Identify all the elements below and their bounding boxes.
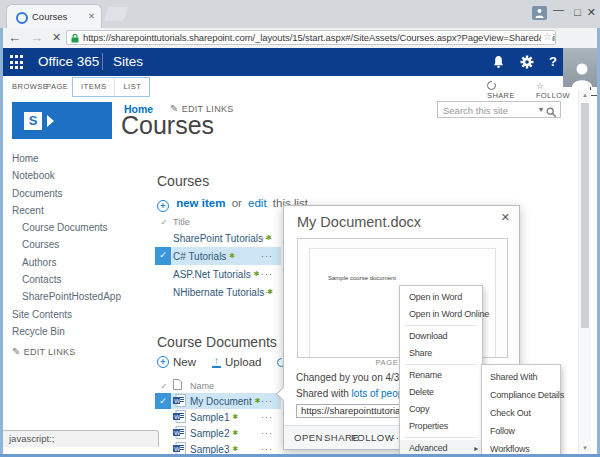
ribbon-tab-browse[interactable]: BROWSE bbox=[12, 82, 48, 91]
item-title-link[interactable]: Sample1 bbox=[190, 412, 229, 423]
open-action[interactable]: OPEN bbox=[294, 426, 323, 449]
follow-action[interactable]: FOLLOW bbox=[351, 426, 394, 449]
row-select-checkbox[interactable] bbox=[155, 265, 171, 283]
row-select-checkbox[interactable] bbox=[155, 409, 171, 425]
menu-item-share[interactable]: Share bbox=[400, 345, 482, 362]
new-tab-button[interactable] bbox=[104, 7, 129, 21]
item-menu-ellipsis[interactable]: ··· bbox=[261, 287, 273, 297]
new-item-link[interactable]: new item bbox=[176, 197, 225, 209]
sidebar-item-courses[interactable]: Courses bbox=[12, 236, 147, 253]
sidebar-item-recycle-bin[interactable]: Recycle Bin bbox=[12, 323, 147, 340]
sidebar-item-notebook[interactable]: Notebook bbox=[12, 167, 147, 184]
row-select-checkbox[interactable] bbox=[155, 229, 171, 247]
table-row[interactable]: ASP.Net Tutorials ✱ ··· bbox=[155, 265, 281, 283]
column-name[interactable]: Name bbox=[190, 381, 214, 391]
item-title-link[interactable]: ASP.Net Tutorials bbox=[173, 269, 251, 280]
search-icon[interactable] bbox=[546, 104, 557, 122]
page-scrollbar[interactable]: ▲ ▼ bbox=[578, 90, 591, 453]
submenu-item-check-out[interactable]: Check Out bbox=[482, 404, 560, 422]
settings-gear-icon[interactable] bbox=[520, 55, 534, 73]
scrollbar-down-arrow-icon[interactable]: ▼ bbox=[579, 445, 591, 451]
menu-item-properties[interactable]: Properties bbox=[400, 418, 482, 435]
edit-links-sidebar[interactable]: ✎EDIT LINKS bbox=[12, 346, 76, 357]
upload-button[interactable]: ↑Upload bbox=[212, 356, 261, 368]
notifications-bell-icon[interactable] bbox=[492, 55, 505, 73]
table-row-selected[interactable]: ✓ C# Tutorials ✱ ··· bbox=[155, 247, 281, 265]
sidebar-item-recent[interactable]: Recent bbox=[12, 202, 147, 219]
app-launcher-icon[interactable] bbox=[10, 55, 25, 70]
search-scope-caret-icon[interactable]: ▾ bbox=[539, 105, 543, 114]
edit-list-link[interactable]: edit bbox=[248, 197, 267, 209]
item-menu-ellipsis[interactable]: ··· bbox=[261, 444, 273, 454]
scrollbar-thumb[interactable] bbox=[581, 103, 589, 328]
item-title-link[interactable]: C# Tutorials bbox=[173, 251, 226, 262]
item-menu-ellipsis[interactable]: ··· bbox=[261, 269, 273, 279]
share-button[interactable]: SHARE bbox=[487, 81, 525, 100]
documents-list-heading[interactable]: Course Documents bbox=[157, 334, 277, 350]
sidebar-item-course-documents[interactable]: Course Documents bbox=[12, 219, 147, 236]
tab-close-icon[interactable]: ✕ bbox=[88, 11, 95, 21]
item-title-link[interactable]: Sample2 bbox=[190, 428, 229, 439]
back-button[interactable]: ← bbox=[8, 30, 21, 45]
submenu-item-shared-with[interactable]: Shared With bbox=[482, 368, 560, 386]
sidebar-item-authors[interactable]: Authors bbox=[12, 254, 147, 271]
item-title-link[interactable]: Sample3 bbox=[190, 444, 229, 455]
item-title-link[interactable]: NHibernate Tutorials bbox=[173, 287, 264, 298]
menu-item-rename[interactable]: Rename bbox=[400, 367, 482, 384]
site-search-input[interactable]: Search this site ▾ bbox=[437, 101, 561, 118]
bookmark-star-icon[interactable]: ☆ bbox=[541, 31, 552, 42]
item-menu-ellipsis[interactable]: ··· bbox=[261, 396, 273, 406]
sidebar-item-site-contents[interactable]: Site Contents bbox=[12, 306, 147, 323]
ribbon-tab-page[interactable]: PAGE bbox=[46, 82, 68, 91]
item-title-link[interactable]: My Document bbox=[190, 396, 252, 407]
table-row[interactable]: W Sample2 ✱ ··· bbox=[155, 425, 281, 441]
menu-item-download[interactable]: Download bbox=[400, 328, 482, 345]
row-select-checkbox[interactable]: ✓ bbox=[155, 247, 171, 265]
callout-close-icon[interactable]: ✕ bbox=[501, 211, 510, 224]
table-row[interactable]: SharePoint Tutorials ✱ ··· bbox=[155, 229, 281, 247]
user-avatar[interactable] bbox=[563, 48, 600, 87]
ribbon-tab-items[interactable]: ITEMS bbox=[73, 78, 114, 96]
submenu-item-follow[interactable]: Follow bbox=[482, 422, 560, 440]
submenu-item-compliance-details[interactable]: Compliance Details bbox=[482, 386, 560, 404]
sharepoint-site-logo[interactable]: S bbox=[12, 102, 112, 139]
forward-button[interactable]: → bbox=[30, 30, 43, 45]
menu-item-open-in-word-online[interactable]: Open in Word Online bbox=[400, 306, 482, 323]
row-select-checkbox[interactable] bbox=[155, 283, 171, 301]
scrollbar-up-arrow-icon[interactable]: ▲ bbox=[579, 92, 591, 98]
table-row-selected[interactable]: ✓ W My Document ✱ ··· bbox=[155, 393, 281, 409]
new-item-plus-icon[interactable]: + bbox=[157, 200, 169, 212]
menu-item-delete[interactable]: Delete bbox=[400, 384, 482, 401]
item-menu-ellipsis[interactable]: ··· bbox=[261, 251, 273, 261]
window-maximize-button[interactable]: □ bbox=[574, 6, 581, 18]
table-row[interactable]: NHibernate Tutorials ✱ ··· bbox=[155, 283, 281, 301]
courses-list-heading[interactable]: Courses bbox=[157, 173, 209, 189]
sites-link[interactable]: Sites bbox=[113, 54, 143, 69]
sidebar-item-documents[interactable]: Documents bbox=[12, 185, 147, 202]
window-minimize-button[interactable]: — bbox=[553, 3, 564, 15]
table-row[interactable]: W Sample1 ✱ ··· bbox=[155, 409, 281, 425]
window-close-button[interactable]: ✕ bbox=[587, 6, 596, 19]
menu-item-copy[interactable]: Copy bbox=[400, 401, 482, 418]
column-title[interactable]: Title bbox=[173, 217, 190, 227]
status-text: javascript:; bbox=[9, 433, 54, 444]
sidebar-item-home[interactable]: Home bbox=[12, 150, 147, 167]
item-title-link[interactable]: SharePoint Tutorials bbox=[173, 233, 263, 244]
sidebar-item-contacts[interactable]: Contacts bbox=[12, 271, 147, 288]
row-select-checkbox[interactable]: ✓ bbox=[155, 393, 171, 409]
help-icon[interactable]: ? bbox=[549, 54, 557, 69]
select-all-checkbox[interactable]: ✓ bbox=[155, 381, 173, 391]
item-menu-ellipsis[interactable]: ··· bbox=[261, 412, 273, 422]
menu-item-open-in-word[interactable]: Open in Word bbox=[400, 289, 482, 306]
item-menu-ellipsis[interactable]: ··· bbox=[261, 233, 273, 243]
stop-button[interactable]: ✕ bbox=[52, 31, 61, 44]
address-bar[interactable]: https://sharepointtutorials.sharepoint.c… bbox=[66, 30, 556, 45]
item-menu-ellipsis[interactable]: ··· bbox=[261, 428, 273, 438]
ribbon-tab-list[interactable]: LIST bbox=[114, 78, 149, 96]
browser-tab[interactable]: Courses ✕ bbox=[6, 4, 102, 28]
office365-brand[interactable]: Office 365 bbox=[38, 54, 99, 69]
browser-profile-icon[interactable] bbox=[532, 6, 547, 20]
sidebar-item-sharepointhostedapp[interactable]: SharePointHostedApp bbox=[12, 288, 147, 305]
select-all-checkbox[interactable]: ✓ bbox=[155, 217, 173, 227]
new-document-button[interactable]: +New bbox=[157, 356, 196, 368]
